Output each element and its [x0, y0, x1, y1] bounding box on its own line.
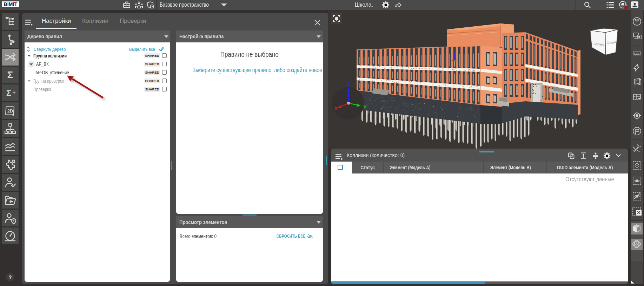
- svg-text:X: X: [334, 105, 338, 111]
- svg-text:Σ: Σ: [7, 69, 13, 80]
- svg-text:Y: Y: [363, 104, 367, 110]
- svg-text:1: 1: [633, 145, 635, 148]
- svg-text:Z: Z: [347, 81, 350, 87]
- svg-text:Σ: Σ: [6, 88, 11, 97]
- svg-text:2: 2: [637, 144, 638, 147]
- svg-text:+: +: [12, 89, 16, 96]
- svg-text:2D: 2D: [7, 109, 13, 114]
